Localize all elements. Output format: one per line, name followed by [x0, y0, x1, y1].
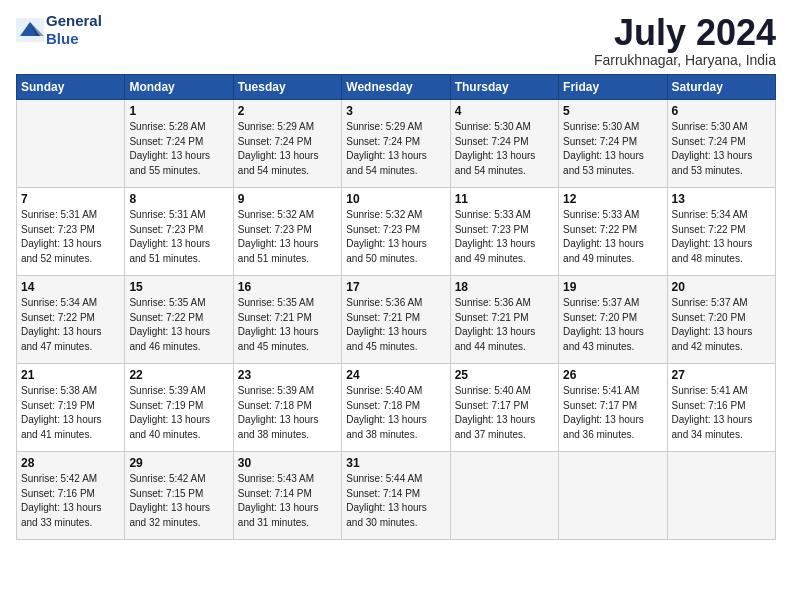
cell-info: Sunrise: 5:41 AM Sunset: 7:16 PM Dayligh… [672, 384, 771, 442]
calendar-cell: 19Sunrise: 5:37 AM Sunset: 7:20 PM Dayli… [559, 276, 667, 364]
calendar-cell: 9Sunrise: 5:32 AM Sunset: 7:23 PM Daylig… [233, 188, 341, 276]
week-row-5: 28Sunrise: 5:42 AM Sunset: 7:16 PM Dayli… [17, 452, 776, 540]
cell-info: Sunrise: 5:39 AM Sunset: 7:19 PM Dayligh… [129, 384, 228, 442]
day-number: 21 [21, 368, 120, 382]
cell-info: Sunrise: 5:36 AM Sunset: 7:21 PM Dayligh… [346, 296, 445, 354]
location: Farrukhnagar, Haryana, India [594, 52, 776, 68]
day-number: 4 [455, 104, 554, 118]
calendar-cell [17, 100, 125, 188]
cell-info: Sunrise: 5:33 AM Sunset: 7:23 PM Dayligh… [455, 208, 554, 266]
header: General Blue July 2024 Farrukhnagar, Har… [16, 12, 776, 68]
cell-info: Sunrise: 5:34 AM Sunset: 7:22 PM Dayligh… [21, 296, 120, 354]
calendar-cell: 15Sunrise: 5:35 AM Sunset: 7:22 PM Dayli… [125, 276, 233, 364]
cell-info: Sunrise: 5:41 AM Sunset: 7:17 PM Dayligh… [563, 384, 662, 442]
weekday-header-thursday: Thursday [450, 75, 558, 100]
calendar-cell: 30Sunrise: 5:43 AM Sunset: 7:14 PM Dayli… [233, 452, 341, 540]
cell-info: Sunrise: 5:36 AM Sunset: 7:21 PM Dayligh… [455, 296, 554, 354]
calendar-cell: 31Sunrise: 5:44 AM Sunset: 7:14 PM Dayli… [342, 452, 450, 540]
calendar-cell: 6Sunrise: 5:30 AM Sunset: 7:24 PM Daylig… [667, 100, 775, 188]
cell-info: Sunrise: 5:35 AM Sunset: 7:22 PM Dayligh… [129, 296, 228, 354]
day-number: 13 [672, 192, 771, 206]
day-number: 3 [346, 104, 445, 118]
weekday-header-wednesday: Wednesday [342, 75, 450, 100]
calendar-cell: 11Sunrise: 5:33 AM Sunset: 7:23 PM Dayli… [450, 188, 558, 276]
calendar-cell [450, 452, 558, 540]
cell-info: Sunrise: 5:40 AM Sunset: 7:18 PM Dayligh… [346, 384, 445, 442]
calendar-cell: 29Sunrise: 5:42 AM Sunset: 7:15 PM Dayli… [125, 452, 233, 540]
title-area: July 2024 Farrukhnagar, Haryana, India [594, 12, 776, 68]
cell-info: Sunrise: 5:39 AM Sunset: 7:18 PM Dayligh… [238, 384, 337, 442]
logo: General Blue [16, 12, 102, 48]
calendar-cell: 25Sunrise: 5:40 AM Sunset: 7:17 PM Dayli… [450, 364, 558, 452]
calendar-cell: 5Sunrise: 5:30 AM Sunset: 7:24 PM Daylig… [559, 100, 667, 188]
day-number: 28 [21, 456, 120, 470]
logo-text: General Blue [46, 12, 102, 48]
day-number: 24 [346, 368, 445, 382]
cell-info: Sunrise: 5:35 AM Sunset: 7:21 PM Dayligh… [238, 296, 337, 354]
cell-info: Sunrise: 5:30 AM Sunset: 7:24 PM Dayligh… [672, 120, 771, 178]
calendar-cell: 10Sunrise: 5:32 AM Sunset: 7:23 PM Dayli… [342, 188, 450, 276]
day-number: 1 [129, 104, 228, 118]
main-container: General Blue July 2024 Farrukhnagar, Har… [0, 0, 792, 548]
calendar-cell: 28Sunrise: 5:42 AM Sunset: 7:16 PM Dayli… [17, 452, 125, 540]
day-number: 30 [238, 456, 337, 470]
day-number: 10 [346, 192, 445, 206]
cell-info: Sunrise: 5:37 AM Sunset: 7:20 PM Dayligh… [563, 296, 662, 354]
cell-info: Sunrise: 5:34 AM Sunset: 7:22 PM Dayligh… [672, 208, 771, 266]
day-number: 15 [129, 280, 228, 294]
weekday-header-row: SundayMondayTuesdayWednesdayThursdayFrid… [17, 75, 776, 100]
calendar-cell: 20Sunrise: 5:37 AM Sunset: 7:20 PM Dayli… [667, 276, 775, 364]
day-number: 20 [672, 280, 771, 294]
cell-info: Sunrise: 5:33 AM Sunset: 7:22 PM Dayligh… [563, 208, 662, 266]
cell-info: Sunrise: 5:31 AM Sunset: 7:23 PM Dayligh… [129, 208, 228, 266]
week-row-2: 7Sunrise: 5:31 AM Sunset: 7:23 PM Daylig… [17, 188, 776, 276]
cell-info: Sunrise: 5:29 AM Sunset: 7:24 PM Dayligh… [346, 120, 445, 178]
cell-info: Sunrise: 5:32 AM Sunset: 7:23 PM Dayligh… [346, 208, 445, 266]
weekday-header-saturday: Saturday [667, 75, 775, 100]
day-number: 18 [455, 280, 554, 294]
calendar-cell: 14Sunrise: 5:34 AM Sunset: 7:22 PM Dayli… [17, 276, 125, 364]
calendar-cell: 8Sunrise: 5:31 AM Sunset: 7:23 PM Daylig… [125, 188, 233, 276]
cell-info: Sunrise: 5:31 AM Sunset: 7:23 PM Dayligh… [21, 208, 120, 266]
day-number: 23 [238, 368, 337, 382]
calendar-cell [559, 452, 667, 540]
day-number: 22 [129, 368, 228, 382]
calendar-cell: 2Sunrise: 5:29 AM Sunset: 7:24 PM Daylig… [233, 100, 341, 188]
weekday-header-sunday: Sunday [17, 75, 125, 100]
cell-info: Sunrise: 5:38 AM Sunset: 7:19 PM Dayligh… [21, 384, 120, 442]
calendar-cell: 22Sunrise: 5:39 AM Sunset: 7:19 PM Dayli… [125, 364, 233, 452]
calendar-cell [667, 452, 775, 540]
weekday-header-monday: Monday [125, 75, 233, 100]
day-number: 8 [129, 192, 228, 206]
cell-info: Sunrise: 5:37 AM Sunset: 7:20 PM Dayligh… [672, 296, 771, 354]
day-number: 6 [672, 104, 771, 118]
calendar-cell: 24Sunrise: 5:40 AM Sunset: 7:18 PM Dayli… [342, 364, 450, 452]
cell-info: Sunrise: 5:29 AM Sunset: 7:24 PM Dayligh… [238, 120, 337, 178]
calendar-cell: 7Sunrise: 5:31 AM Sunset: 7:23 PM Daylig… [17, 188, 125, 276]
day-number: 29 [129, 456, 228, 470]
calendar-table: SundayMondayTuesdayWednesdayThursdayFrid… [16, 74, 776, 540]
day-number: 5 [563, 104, 662, 118]
day-number: 27 [672, 368, 771, 382]
day-number: 12 [563, 192, 662, 206]
calendar-cell: 27Sunrise: 5:41 AM Sunset: 7:16 PM Dayli… [667, 364, 775, 452]
day-number: 11 [455, 192, 554, 206]
calendar-cell: 18Sunrise: 5:36 AM Sunset: 7:21 PM Dayli… [450, 276, 558, 364]
calendar-cell: 23Sunrise: 5:39 AM Sunset: 7:18 PM Dayli… [233, 364, 341, 452]
day-number: 25 [455, 368, 554, 382]
calendar-cell: 17Sunrise: 5:36 AM Sunset: 7:21 PM Dayli… [342, 276, 450, 364]
day-number: 31 [346, 456, 445, 470]
day-number: 14 [21, 280, 120, 294]
calendar-cell: 16Sunrise: 5:35 AM Sunset: 7:21 PM Dayli… [233, 276, 341, 364]
day-number: 16 [238, 280, 337, 294]
cell-info: Sunrise: 5:32 AM Sunset: 7:23 PM Dayligh… [238, 208, 337, 266]
cell-info: Sunrise: 5:42 AM Sunset: 7:16 PM Dayligh… [21, 472, 120, 530]
cell-info: Sunrise: 5:30 AM Sunset: 7:24 PM Dayligh… [455, 120, 554, 178]
week-row-4: 21Sunrise: 5:38 AM Sunset: 7:19 PM Dayli… [17, 364, 776, 452]
calendar-cell: 3Sunrise: 5:29 AM Sunset: 7:24 PM Daylig… [342, 100, 450, 188]
calendar-cell: 1Sunrise: 5:28 AM Sunset: 7:24 PM Daylig… [125, 100, 233, 188]
calendar-cell: 12Sunrise: 5:33 AM Sunset: 7:22 PM Dayli… [559, 188, 667, 276]
cell-info: Sunrise: 5:28 AM Sunset: 7:24 PM Dayligh… [129, 120, 228, 178]
calendar-cell: 26Sunrise: 5:41 AM Sunset: 7:17 PM Dayli… [559, 364, 667, 452]
day-number: 7 [21, 192, 120, 206]
